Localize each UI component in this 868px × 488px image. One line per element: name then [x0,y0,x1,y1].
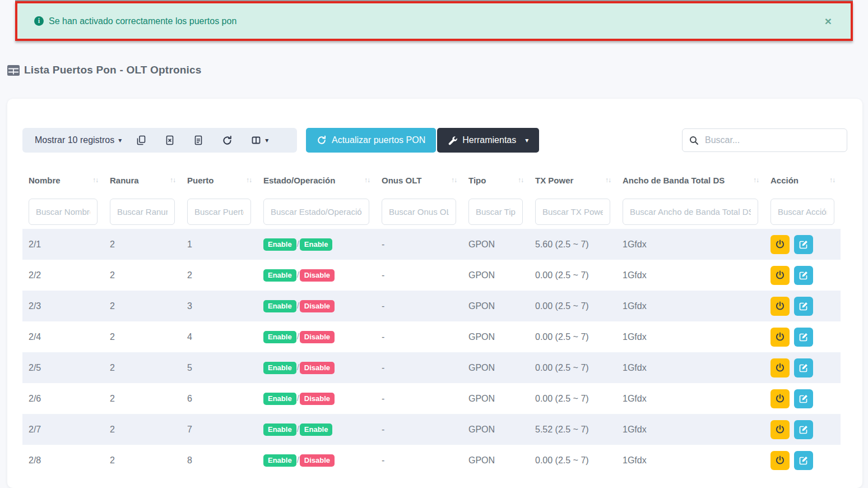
column-header-ranura[interactable]: Ranura ↑↓ [104,176,181,185]
operacion-badge: Disable [300,393,335,405]
table-row: 2/7 2 7 Enable/Enable - GPON 5.52 (2.5 ~… [22,414,841,445]
filter-puerto-input[interactable] [187,199,251,225]
estado-badge: Enable [263,238,296,251]
page-title: Lista Puertos Pon - OLT Optronics [24,64,202,76]
power-toggle-button[interactable] [770,451,790,470]
filter-nombre-input[interactable] [29,199,98,225]
excel-export-icon[interactable] [165,135,175,145]
sort-icon[interactable]: ↑↓ [451,176,457,184]
cell-tx-power: 0.00 (2.5 ~ 7) [529,394,616,404]
cell-ranura: 2 [104,455,181,466]
alert-annotation-box: i Se han activado correctamente los puer… [15,1,853,41]
edit-button[interactable] [794,235,813,254]
badge-separator: / [297,362,299,372]
edit-button[interactable] [794,389,813,408]
estado-badge: Enable [263,393,296,405]
cell-estado-operacion: Enable/Disable [257,300,375,312]
table-body: 2/1 2 1 Enable/Enable - GPON 5.60 (2.5 ~… [22,229,841,476]
column-header-puerto[interactable]: Puerto ↑↓ [181,176,257,185]
cell-estado-operacion: Enable/Disable [257,362,375,374]
column-header-accion[interactable]: Acción ↑↓ [764,176,841,185]
table-row: 2/2 2 2 Enable/Disable - GPON 0.00 (2.5 … [22,260,841,291]
table-row: 2/1 2 1 Enable/Enable - GPON 5.60 (2.5 ~… [22,229,841,260]
refresh-icon[interactable] [222,135,233,146]
edit-button[interactable] [794,266,813,285]
column-visibility-icon[interactable]: ▾ [251,135,268,145]
cell-onus-olt: - [375,394,462,404]
power-toggle-button[interactable] [770,328,790,347]
column-header-onus-olt[interactable]: Onus OLT ↑↓ [375,176,462,185]
cell-ranura: 2 [104,240,181,250]
filter-estado-operacion-input[interactable] [263,199,369,225]
edit-button[interactable] [794,420,813,439]
power-toggle-button[interactable] [770,420,790,439]
estado-badge: Enable [263,454,296,467]
power-toggle-button[interactable] [770,266,790,285]
sort-icon[interactable]: ↑↓ [753,176,759,184]
badge-separator: / [297,239,299,248]
sort-icon[interactable]: ↑↓ [829,176,835,184]
cell-puerto: 6 [181,394,257,404]
cell-onus-olt: - [375,332,462,342]
copy-icon[interactable] [136,135,146,145]
power-toggle-button[interactable] [770,235,790,254]
sort-icon[interactable]: ↑↓ [518,176,523,184]
cell-accion [764,235,841,254]
toolbar: Mostrar 10 registros ▾ [22,128,847,153]
cell-accion [764,266,841,285]
sort-icon[interactable]: ↑↓ [364,176,370,184]
chevron-down-icon: ▾ [525,136,528,144]
column-header-tx-power[interactable]: TX Power ↑↓ [529,176,616,185]
cell-tx-power: 0.00 (2.5 ~ 7) [529,363,616,373]
filter-tx-power-input[interactable] [535,199,610,225]
column-header-ancho-banda[interactable]: Ancho de Banda Total DS ↑↓ [616,176,764,185]
power-toggle-button[interactable] [770,297,790,316]
table-filter-row [22,194,841,229]
cell-onus-olt: - [375,240,462,250]
sort-icon[interactable]: ↑↓ [92,176,98,184]
chevron-down-icon: ▾ [265,136,268,144]
filter-accion-input[interactable] [770,199,834,225]
cell-puerto: 4 [181,332,257,342]
cell-accion [764,420,841,439]
cell-puerto: 7 [181,425,257,435]
filter-tipo-input[interactable] [468,199,523,225]
power-toggle-button[interactable] [770,358,790,377]
column-header-tipo[interactable]: Tipo ↑↓ [462,176,529,185]
cell-ancho-banda: 1Gfdx [616,394,764,404]
table-row: 2/4 2 4 Enable/Disable - GPON 0.00 (2.5 … [22,321,841,352]
cell-onus-olt: - [375,425,462,435]
badge-separator: / [297,301,299,310]
cell-ancho-banda: 1Gfdx [616,332,764,342]
edit-button[interactable] [794,451,813,470]
cell-ranura: 2 [104,363,181,373]
table-card: Mostrar 10 registros ▾ [7,99,862,488]
sort-icon[interactable]: ↑↓ [605,176,611,184]
cell-nombre: 2/7 [22,425,104,435]
edit-button[interactable] [794,328,813,347]
cell-tipo: GPON [462,363,529,373]
file-export-icon[interactable] [193,135,203,145]
alert-close-button[interactable]: × [825,15,832,27]
power-toggle-button[interactable] [770,389,790,408]
cell-ancho-banda: 1Gfdx [616,363,764,373]
filter-onus-olt-input[interactable] [382,199,456,225]
edit-button[interactable] [794,358,813,377]
cell-estado-operacion: Enable/Disable [257,331,375,343]
column-header-nombre[interactable]: Nombre ↑↓ [22,176,104,185]
filter-ancho-banda-input[interactable] [623,199,758,225]
sort-icon[interactable]: ↑↓ [246,176,252,184]
operacion-badge: Disable [300,300,335,312]
tools-dropdown-button[interactable]: Herramientas ▾ [437,128,539,153]
update-pon-ports-button[interactable]: Actualizar puertos PON [306,128,436,153]
cell-ranura: 2 [104,425,181,435]
search-input[interactable] [705,135,840,145]
edit-button[interactable] [794,297,813,316]
estado-badge: Enable [263,423,296,436]
show-entries-dropdown[interactable]: Mostrar 10 registros [35,135,114,145]
sort-icon[interactable]: ↑↓ [170,176,175,184]
cell-puerto: 8 [181,455,257,466]
filter-ranura-input[interactable] [110,199,175,225]
column-header-estado-operacion[interactable]: Estado/Operación ↑↓ [257,176,375,185]
table-icon [7,65,20,76]
